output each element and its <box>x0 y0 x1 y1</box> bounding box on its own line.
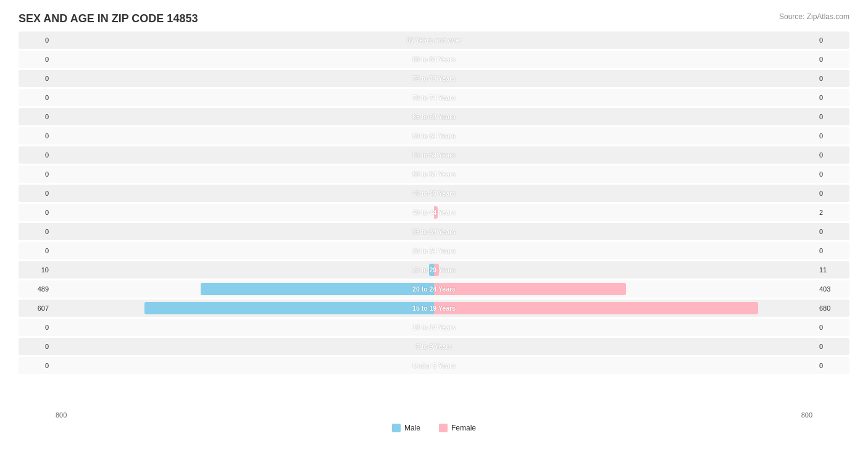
chart-row: 60715 to 19 Years680 <box>19 300 849 317</box>
male-value: 607 <box>19 304 52 312</box>
male-value: 0 <box>19 190 52 197</box>
axis-labels: 800 800 <box>19 408 849 419</box>
chart-row: 1025 to 29 Years11 <box>19 261 849 279</box>
chart-row: 030 to 34 Years0 <box>19 242 849 259</box>
bars-area: Under 5 Years <box>52 357 816 374</box>
chart-row: 010 to 14 Years0 <box>19 319 849 336</box>
female-value: 0 <box>816 343 849 350</box>
male-value: 0 <box>19 343 52 350</box>
legend-female: Female <box>439 424 476 432</box>
chart-row: 085 Years and over0 <box>19 31 849 49</box>
chart-row: 060 to 64 Years0 <box>19 127 849 145</box>
female-value: 2 <box>816 209 849 216</box>
bars-area: 40 to 44 Years <box>52 204 816 221</box>
bars-area: 25 to 29 Years <box>52 261 816 279</box>
female-value: 0 <box>816 94 849 101</box>
male-value: 0 <box>19 324 52 331</box>
female-value: 680 <box>816 304 849 312</box>
chart-area: 085 Years and over0080 to 84 Years0075 t… <box>19 31 849 408</box>
bars-area: 10 to 14 Years <box>52 319 816 336</box>
bars-area: 15 to 19 Years <box>52 300 816 317</box>
male-value: 10 <box>19 266 52 274</box>
bars-area: 35 to 39 Years <box>52 223 816 240</box>
female-value: 0 <box>816 132 849 140</box>
chart-row: 080 to 84 Years0 <box>19 51 849 68</box>
source-text: Source: ZipAtlas.com <box>779 12 849 21</box>
axis-right: 800 <box>801 411 812 419</box>
bars-area: 80 to 84 Years <box>52 51 816 68</box>
legend-male-box <box>392 424 401 432</box>
female-bar <box>434 302 758 314</box>
female-value: 0 <box>816 362 849 369</box>
chart-row: 075 to 79 Years0 <box>19 70 849 87</box>
male-value: 489 <box>19 285 52 293</box>
male-bar <box>429 264 434 276</box>
chart-row: 045 to 49 Years0 <box>19 185 849 202</box>
male-value: 0 <box>19 75 52 82</box>
chart-row: 05 to 9 Years0 <box>19 338 849 355</box>
female-value: 0 <box>816 247 849 254</box>
bars-area: 20 to 24 Years <box>52 280 816 298</box>
male-value: 0 <box>19 362 52 369</box>
male-value: 0 <box>19 151 52 159</box>
bars-area: 50 to 54 Years <box>52 166 816 183</box>
bars-area: 65 to 69 Years <box>52 108 816 125</box>
legend-male-label: Male <box>404 424 420 432</box>
female-value: 11 <box>816 266 849 274</box>
male-value: 0 <box>19 170 52 178</box>
legend: Male Female <box>19 424 849 432</box>
bars-area: 60 to 64 Years <box>52 127 816 145</box>
bars-area: 70 to 74 Years <box>52 89 816 106</box>
female-value: 0 <box>816 228 849 235</box>
legend-male: Male <box>392 424 420 432</box>
axis-left: 800 <box>56 411 67 419</box>
chart-row: 065 to 69 Years0 <box>19 108 849 125</box>
female-value: 0 <box>816 170 849 178</box>
female-value: 0 <box>816 190 849 197</box>
male-value: 0 <box>19 36 52 44</box>
male-value: 0 <box>19 247 52 254</box>
bars-area: 5 to 9 Years <box>52 338 816 355</box>
chart-row: 055 to 59 Years0 <box>19 146 849 164</box>
chart-row: 0Under 5 Years0 <box>19 357 849 374</box>
chart-row: 070 to 74 Years0 <box>19 89 849 106</box>
legend-female-box <box>439 424 448 432</box>
chart-title: SEX AND AGE IN ZIP CODE 14853 <box>19 12 849 25</box>
female-value: 0 <box>816 151 849 159</box>
chart-row: 035 to 39 Years0 <box>19 223 849 240</box>
bars-area: 55 to 59 Years <box>52 146 816 164</box>
female-bar <box>434 283 626 295</box>
female-bar <box>434 206 438 219</box>
bars-area: 85 Years and over <box>52 31 816 49</box>
female-value: 0 <box>816 324 849 331</box>
bars-area: 75 to 79 Years <box>52 70 816 87</box>
male-value: 0 <box>19 228 52 235</box>
female-value: 0 <box>816 75 849 82</box>
legend-female-label: Female <box>451 424 476 432</box>
male-value: 0 <box>19 132 52 140</box>
female-value: 0 <box>816 36 849 44</box>
bars-area: 45 to 49 Years <box>52 185 816 202</box>
female-value: 0 <box>816 56 849 63</box>
male-value: 0 <box>19 113 52 120</box>
bars-area: 30 to 34 Years <box>52 242 816 259</box>
male-bar <box>201 283 434 295</box>
female-bar <box>434 264 439 276</box>
male-value: 0 <box>19 56 52 63</box>
female-value: 0 <box>816 113 849 120</box>
female-value: 403 <box>816 285 849 293</box>
chart-row: 050 to 54 Years0 <box>19 166 849 183</box>
male-value: 0 <box>19 94 52 101</box>
chart-row: 48920 to 24 Years403 <box>19 280 849 298</box>
chart-row: 040 to 44 Years2 <box>19 204 849 221</box>
chart-container: SEX AND AGE IN ZIP CODE 14853 Source: Zi… <box>0 0 868 457</box>
male-bar <box>144 302 434 314</box>
male-value: 0 <box>19 209 52 216</box>
